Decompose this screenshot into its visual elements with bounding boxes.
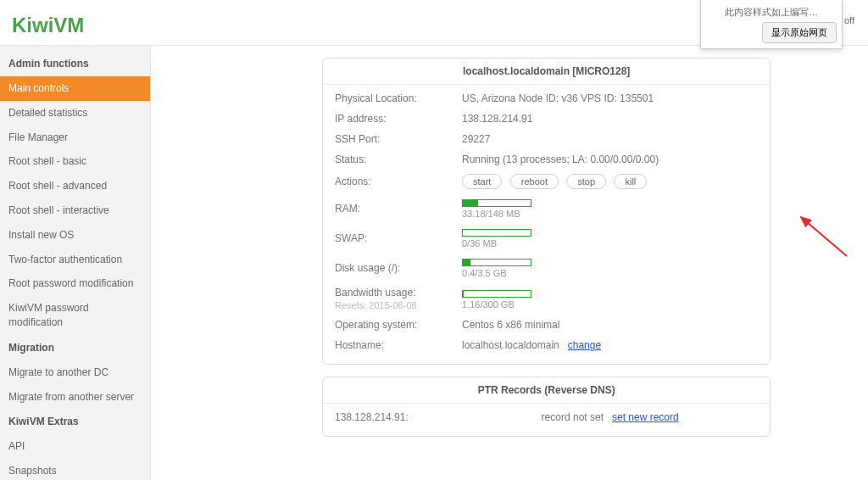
bw-label: Bandwidth usage:: [335, 287, 415, 299]
hostname-value: localhost.localdomain: [462, 339, 559, 351]
vps-info-panel: localhost.localdomain [MICRO128] Physica…: [322, 58, 771, 365]
popup-text: 此内容样式如上编写…: [706, 4, 837, 22]
ptr-title: PTR Records (Reverse DNS): [323, 377, 770, 404]
main-layout: Admin functionsMain controlsDetailed sta…: [0, 46, 868, 480]
sidebar-item-two-factor-authentication[interactable]: Two-factor authentication: [0, 248, 150, 272]
disk-text: 0.4/3.5 GB: [462, 268, 758, 278]
stop-button[interactable]: stop: [566, 174, 606, 189]
change-hostname-link[interactable]: change: [568, 339, 601, 351]
sidebar-item-api[interactable]: API: [0, 434, 150, 459]
label: SWAP:: [335, 232, 462, 244]
value: Centos 6 x86 minimal: [462, 319, 758, 331]
set-ptr-link[interactable]: set new record: [612, 411, 679, 423]
sidebar-item-detailed-statistics[interactable]: Detailed statistics: [0, 101, 150, 126]
label: Hostname:: [335, 339, 462, 351]
reboot-button[interactable]: reboot: [510, 174, 559, 189]
row-os: Operating system: Centos 6 x86 minimal: [335, 315, 758, 335]
sidebar-item-migrate-to-another-dc[interactable]: Migrate to another DC: [0, 360, 150, 385]
sidebar-item-install-new-os[interactable]: Install new OS: [0, 223, 150, 248]
row-bandwidth: Bandwidth usage: Resets: 2015-06-08 1.16…: [335, 282, 758, 315]
start-button[interactable]: start: [462, 174, 502, 189]
label: IP address:: [335, 113, 462, 125]
row-status: Status: Running (13 processes; LA: 0.00/…: [335, 149, 758, 170]
sidebar-item-snapshots[interactable]: Snapshots: [0, 459, 150, 480]
label: Bandwidth usage: Resets: 2015-06-08: [335, 287, 462, 310]
sidebar: Admin functionsMain controlsDetailed sta…: [0, 46, 151, 480]
value: US, Arizona Node ID: v36 VPS ID: 135501: [462, 92, 758, 104]
value: 0/36 MB: [462, 227, 758, 248]
actions-buttons: start reboot stop kill: [462, 174, 758, 189]
vps-panel-title: localhost.localdomain [MICRO128]: [323, 59, 770, 85]
content: localhost.localdomain [MICRO128] Physica…: [151, 46, 868, 480]
ptr-ip: 138.128.214.91:: [335, 411, 462, 423]
sidebar-item-root-password-modification[interactable]: Root password modification: [0, 271, 150, 296]
meter-bandwidth: [462, 290, 531, 298]
ptr-panel: PTR Records (Reverse DNS) 138.128.214.91…: [322, 377, 771, 437]
topbar-right-partial: off: [844, 15, 868, 25]
ptr-value: record not set set new record: [462, 411, 758, 423]
meter-swap: [462, 229, 531, 237]
row-disk: Disk usage (/): 0.4/3.5 GB: [335, 253, 758, 282]
ptr-text: record not set: [542, 411, 604, 423]
meter-disk: [462, 259, 531, 266]
value: 0.4/3.5 GB: [462, 257, 758, 278]
sidebar-section-head: Admin functions: [0, 51, 150, 76]
label: Disk usage (/):: [335, 262, 462, 274]
show-original-button[interactable]: 显示原始网页: [762, 22, 837, 43]
value: 1.16/300 GB: [462, 288, 758, 310]
sidebar-item-root-shell-interactive[interactable]: Root shell - interactive: [0, 198, 150, 223]
row-physical-location: Physical Location: US, Arizona Node ID: …: [335, 88, 758, 109]
value: 33.18/148 MB: [462, 198, 758, 219]
ptr-row: 138.128.214.91: record not set set new r…: [335, 407, 758, 427]
value: localhost.localdomain change: [462, 339, 758, 351]
row-ip: IP address: 138.128.214.91: [335, 109, 758, 129]
label: SSH Port:: [335, 133, 462, 145]
row-hostname: Hostname: localhost.localdomain change: [335, 335, 758, 355]
bw-sublabel: Resets: 2015-06-08: [335, 300, 462, 310]
label: Actions:: [335, 176, 462, 187]
sidebar-item-main-controls[interactable]: Main controls: [0, 76, 150, 101]
sidebar-item-root-shell-basic[interactable]: Root shell - basic: [0, 149, 150, 174]
sidebar-section-head: KiwiVM Extras: [0, 409, 150, 434]
label: RAM:: [335, 203, 462, 215]
meter-fill: [463, 260, 470, 265]
swap-text: 0/36 MB: [462, 238, 758, 248]
sidebar-item-root-shell-advanced[interactable]: Root shell - advanced: [0, 174, 150, 198]
meter-fill: [463, 200, 478, 206]
sidebar-item-kiwivm-password-modification[interactable]: KiwiVM password modification: [0, 296, 150, 335]
label: Operating system:: [335, 319, 462, 331]
ptr-body: 138.128.214.91: record not set set new r…: [323, 404, 770, 436]
value: 138.128.214.91: [462, 113, 758, 125]
label: Physical Location:: [335, 92, 462, 104]
bw-text: 1.16/300 GB: [462, 299, 758, 310]
row-ssh: SSH Port: 29227: [335, 129, 758, 149]
sidebar-section-head: Migration: [0, 335, 150, 360]
vps-panel-body: Physical Location: US, Arizona Node ID: …: [323, 85, 770, 364]
translate-popup: 此内容样式如上编写… 显示原始网页: [700, 0, 843, 49]
row-swap: SWAP: 0/36 MB: [335, 223, 758, 253]
sidebar-item-migrate-from-another-server[interactable]: Migrate from another server: [0, 385, 150, 410]
sidebar-item-file-manager[interactable]: File Manager: [0, 126, 150, 150]
label: Status:: [335, 153, 462, 165]
kill-button[interactable]: kill: [614, 174, 647, 189]
meter-fill: [463, 291, 464, 297]
meter-ram: [462, 199, 531, 207]
value: 29227: [462, 133, 758, 145]
row-ram: RAM: 33.18/148 MB: [335, 193, 758, 223]
row-actions: Actions: start reboot stop kill: [335, 170, 758, 193]
ram-text: 33.18/148 MB: [462, 209, 758, 219]
svg-line-0: [801, 217, 847, 256]
top-bar: KiwiVM 此内容样式如上编写… 显示原始网页 off: [0, 0, 868, 46]
value: Running (13 processes; LA: 0.00/0.00/0.0…: [462, 153, 758, 165]
arrow-annotation-icon: [796, 214, 855, 265]
